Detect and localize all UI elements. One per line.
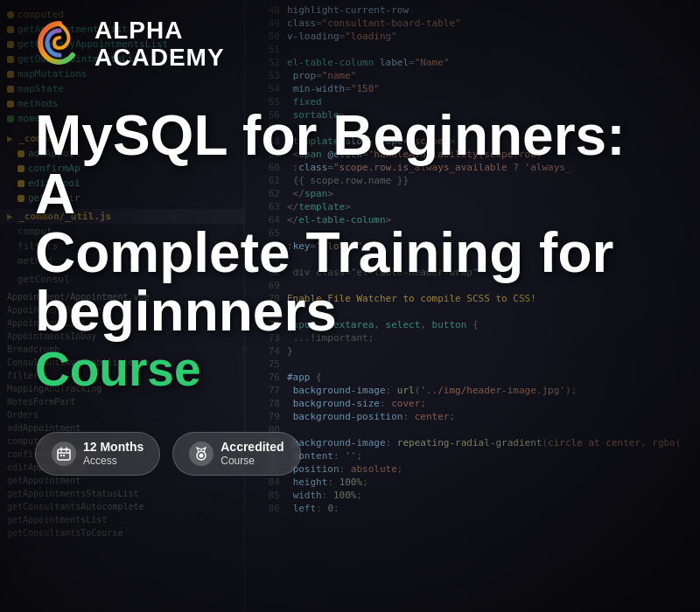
svg-rect-23 [60, 455, 62, 456]
svg-point-26 [200, 453, 204, 457]
badge-months-sub: Access [83, 455, 144, 467]
course-title: MySQL for Beginners: AComplete Training … [35, 107, 665, 342]
badge-accredited-main: Accredited [220, 440, 284, 455]
badge-accredited: Accredited Course [172, 432, 300, 475]
badge-months-text: 12 Months Access [83, 440, 144, 467]
badge-months-main: 12 Months [83, 440, 144, 455]
badge-accredited-text: Accredited Course [220, 440, 284, 467]
logo-title-line1: ALPHA [94, 17, 225, 45]
svg-rect-24 [63, 455, 65, 456]
course-subtitle: Course [35, 341, 201, 397]
main-container: computed getAppointmentsList getCompanyA… [0, 0, 700, 612]
badge-accredited-sub: Course [220, 455, 284, 467]
medal-icon [189, 442, 214, 466]
logo-icon [35, 20, 84, 69]
badges-row: 12 Months Access Accredited Course [35, 432, 301, 475]
content-area: ALPHA ACADEMY MySQL for Beginners: AComp… [0, 0, 700, 612]
logo-text: ALPHA ACADEMY [94, 17, 225, 72]
logo-area: ALPHA ACADEMY [35, 17, 225, 72]
calendar-icon [52, 442, 76, 466]
badge-months-access: 12 Months Access [35, 432, 160, 475]
logo-title-line2: ACADEMY [94, 45, 225, 72]
